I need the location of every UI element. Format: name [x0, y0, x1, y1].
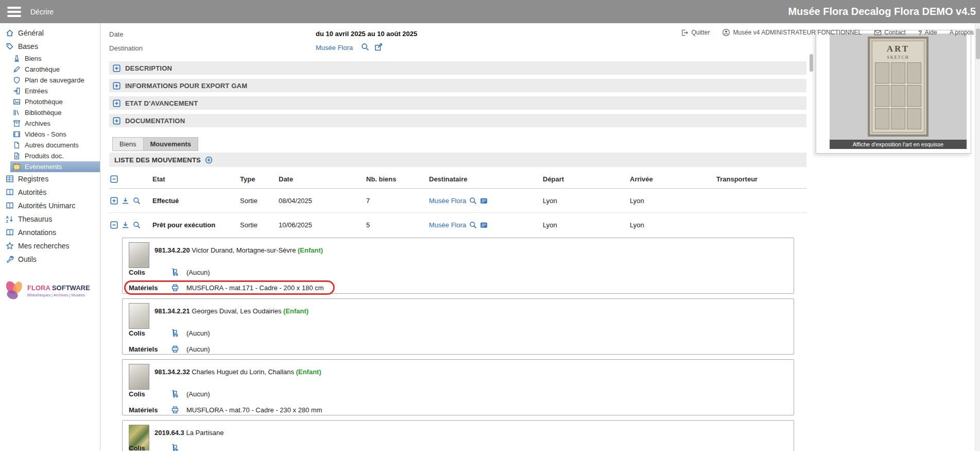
question-mark-icon: ? [918, 29, 922, 37]
sidebar-item-bibliotheque[interactable]: Bibliothèque [10, 107, 100, 118]
about-button[interactable]: A propos [950, 29, 974, 36]
sidebar-item-outils[interactable]: Outils [0, 253, 100, 266]
sidebar-item-label: Biens [25, 55, 42, 62]
sidebar-item-registres[interactable]: Registres [0, 172, 100, 186]
detail-tabs: Biens Mouvements [112, 137, 198, 151]
sidebar-item-label: Plan de sauvegarde [25, 76, 84, 84]
page-scrollbar[interactable] [975, 23, 980, 451]
destination-link[interactable]: Musée Flora [316, 44, 353, 52]
sidebar-item-carotheque[interactable]: Carothèque [10, 64, 100, 75]
sidebar-item-autres-documents[interactable]: Autres documents [10, 140, 100, 151]
tab-mouvements[interactable]: Mouvements [144, 137, 198, 151]
item-thumbnail[interactable] [129, 242, 149, 268]
search-icon[interactable] [469, 221, 477, 229]
help-button[interactable]: ? Aide [918, 29, 937, 37]
sidebar-item-label: Autres documents [25, 141, 79, 149]
colis-row: Colis (Aucun) [129, 329, 210, 337]
expand-plus-icon[interactable] [113, 82, 121, 90]
add-movement-icon[interactable] [205, 156, 213, 164]
sidebar-item-bases[interactable]: Bases [0, 40, 100, 53]
section-documentation[interactable]: DOCUMENTATION [109, 114, 806, 127]
export-icon[interactable] [122, 197, 129, 205]
expand-plus-icon[interactable] [113, 117, 121, 125]
poster-title-text: ART [887, 44, 909, 54]
destination-field-label: Destination [109, 44, 143, 52]
sidebar-item-biens[interactable]: Biens [10, 53, 100, 64]
sidebar-item-autorites[interactable]: Autorités [0, 186, 100, 199]
tab-biens[interactable]: Biens [112, 137, 144, 151]
printer-icon[interactable] [171, 406, 186, 414]
sidebar-item-plan-de-sauvegarde[interactable]: Plan de sauvegarde [10, 75, 100, 86]
annotation-book-icon [5, 228, 14, 237]
content-scrollbar-thumb[interactable] [810, 54, 813, 72]
section-informations-export-gam[interactable]: INFORMATIONS POUR EXPORT GAM [109, 79, 806, 92]
quit-button[interactable]: Quitter [681, 29, 710, 37]
printer-icon[interactable] [171, 345, 186, 353]
sidebar-item-annotations[interactable]: Annotations [0, 226, 100, 239]
movements-list-header: LISTE DES MOUVEMENTS [109, 153, 806, 167]
search-icon[interactable] [133, 197, 141, 205]
search-icon[interactable] [133, 221, 141, 229]
search-icon[interactable] [469, 197, 477, 205]
column-header-type: Type [240, 175, 279, 183]
sidebar-item-archives[interactable]: Archives [10, 118, 100, 129]
user-menu[interactable]: Musée v4 ADMINISTRATEUR FONCTIONNEL [722, 28, 862, 37]
entry-door-icon [12, 87, 21, 95]
item-thumbnail[interactable] [129, 303, 149, 329]
sidebar-item-label: Photothèque [25, 98, 63, 106]
column-header-depart: Départ [543, 175, 630, 183]
colis-row: Colis [129, 444, 186, 451]
sidebar-item-label: Vidéos - Sons [25, 130, 66, 138]
trolley-icon[interactable] [171, 390, 186, 398]
sidebar-item-videos-sons[interactable]: Vidéos - Sons [10, 129, 100, 140]
sidebar-item-label: Mes recherches [18, 242, 70, 250]
top-bar: Décrire Musée Flora Decalog Flora DEMO v… [0, 0, 980, 23]
preview-image-area[interactable]: ART SKETCH [830, 34, 967, 140]
destinataire-link[interactable]: Musée Flora [429, 197, 466, 205]
sidebar-item-evenements[interactable]: Evènements [10, 161, 100, 172]
trolley-icon[interactable] [171, 268, 186, 276]
item-thumbnail[interactable] [129, 364, 149, 390]
destination-search-icon[interactable] [361, 43, 369, 51]
sidebar-item-mes-recherches[interactable]: Mes recherches [0, 239, 100, 253]
section-etat-avancement[interactable]: ETAT D'AVANCEMENT [109, 96, 806, 110]
expand-plus-icon[interactable] [113, 64, 121, 72]
colis-value: (Aucun) [186, 269, 210, 276]
books-icon [12, 109, 21, 116]
sidebar-item-entrees[interactable]: Entrées [10, 86, 100, 96]
materiels-row-highlighted: Matériels MUSFLORA - mat.171 - Cadre - 2… [124, 280, 335, 295]
sidebar-item-thesaurus[interactable]: AZ Thesaurus [0, 212, 100, 226]
colis-value: (Aucun) [186, 329, 210, 337]
trolley-icon[interactable] [171, 444, 186, 451]
sidebar-item-produits-doc[interactable]: Produits doc. [10, 151, 100, 161]
record-card-icon[interactable] [480, 197, 488, 205]
document-icon [12, 141, 21, 149]
column-header-etat: Etat [152, 175, 240, 183]
sidebar-item-general[interactable]: Général [0, 26, 100, 40]
preview-caption: Affiche d'exposition l'art en esquisse [830, 140, 967, 149]
expand-plus-icon[interactable] [113, 99, 121, 107]
tag-icon [5, 42, 14, 51]
destination-open-record-icon[interactable] [374, 43, 383, 51]
destinataire-link[interactable]: Musée Flora [429, 221, 466, 229]
cell-date: 10/06/2025 [279, 221, 366, 229]
section-description[interactable]: DESCRIPTION [109, 61, 806, 75]
materiels-row: Matériels MUSFLORA - mat.70 - Cadre - 23… [129, 406, 322, 414]
printer-icon[interactable] [171, 283, 186, 292]
item-card: 981.34.2.21 Georges Duval, Les Oudairies… [122, 298, 794, 355]
contact-button[interactable]: Contact [874, 29, 905, 37]
page-scrollbar-thumb[interactable] [976, 28, 980, 59]
logo-brand-text: FLORA SOFTWARE [27, 284, 90, 292]
collapse-row-icon[interactable] [110, 221, 118, 229]
trolley-icon[interactable] [171, 329, 186, 337]
date-field-value: du 10 avril 2025 au 10 août 2025 [316, 30, 417, 38]
hamburger-menu-icon[interactable] [7, 7, 21, 17]
collapse-all-icon[interactable] [110, 175, 118, 183]
sidebar-item-label: Registres [18, 175, 48, 183]
cell-type: Sortie [240, 197, 279, 205]
expand-row-icon[interactable] [110, 197, 118, 205]
sidebar-item-phototheque[interactable]: Photothèque [10, 96, 100, 107]
export-icon[interactable] [122, 221, 129, 229]
sidebar-item-autorites-unimarc[interactable]: Autorités Unimarc [0, 199, 100, 212]
record-card-icon[interactable] [480, 221, 488, 229]
